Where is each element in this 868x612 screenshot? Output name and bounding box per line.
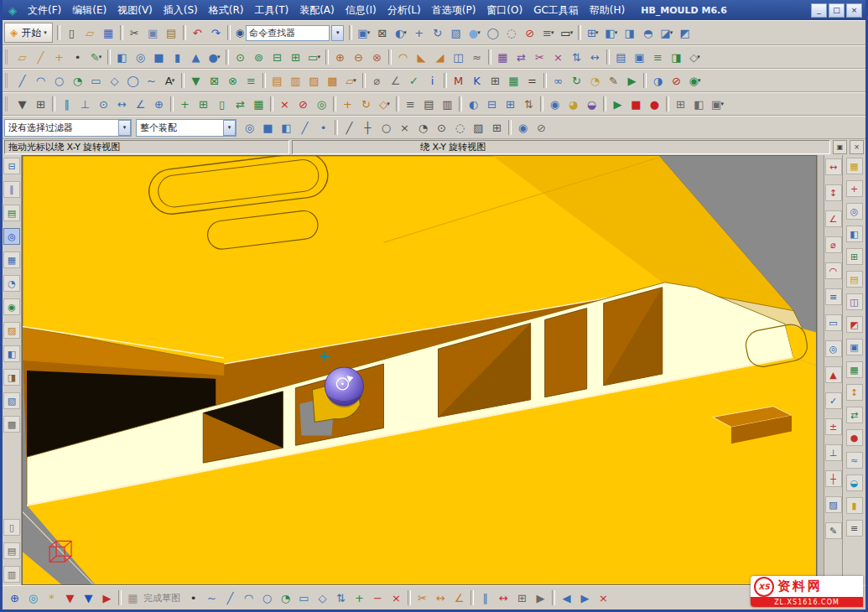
frame-opening-4[interactable] (545, 309, 587, 397)
favorites-icon[interactable]: * (43, 589, 60, 606)
chevron-down-icon[interactable]: ▾ (118, 120, 131, 136)
angle-constraint-icon[interactable]: ∠ (132, 96, 149, 112)
snap-point-on-curve-icon[interactable]: ◌ (451, 119, 469, 136)
touch-align-icon[interactable]: ⊥ (76, 96, 94, 112)
layer-settings-icon[interactable]: ≡ (402, 96, 419, 112)
spreadsheet-icon[interactable]: ▦ (505, 72, 522, 89)
toolbar-grip[interactable] (5, 73, 10, 88)
perspective-icon[interactable]: ▧ (447, 24, 465, 41)
sketch-icon[interactable]: ✎▾ (87, 49, 105, 65)
select-filter-icon[interactable]: ▼ (13, 96, 31, 112)
selection-scope-dropdown[interactable]: 整个装配 ▾ (136, 119, 236, 137)
snap-end-icon[interactable]: ╱ (340, 119, 358, 136)
info-window-icon[interactable]: ◎ (3, 228, 20, 245)
snap-quadrant-icon[interactable]: ◔ (414, 119, 432, 136)
subtract-curve-icon[interactable]: − (369, 589, 387, 606)
mw-standard-parts-icon[interactable]: ▦ (846, 361, 863, 378)
datum-csys-icon[interactable]: + (50, 49, 68, 65)
section-curve-icon[interactable]: ≡ (242, 72, 260, 89)
display-window-icon[interactable]: ▣▾ (355, 24, 372, 41)
menu-item[interactable]: 帮助(H) (585, 3, 630, 18)
paste-icon[interactable]: ▤ (163, 24, 180, 41)
templates-icon[interactable]: ▥ (3, 566, 20, 583)
undo-icon[interactable]: ↶ (189, 24, 206, 41)
touch-panel-icon[interactable]: ▩ (3, 416, 20, 433)
mw-shrinkage-icon[interactable]: ◎ (846, 203, 863, 220)
move-component-icon[interactable]: + (176, 96, 194, 112)
spline-icon[interactable]: ~ (143, 72, 160, 89)
snap-enable-icon[interactable]: ◉ (514, 119, 532, 136)
scale-body-icon[interactable]: ↔ (586, 49, 604, 65)
update-icon[interactable]: ↻ (568, 72, 585, 89)
edit-dimension-icon[interactable]: ✎ (825, 522, 842, 539)
show-icon[interactable]: ◉▾ (686, 72, 704, 89)
view-grid-icon[interactable]: ⊞▾ (584, 24, 601, 41)
mw-ejector-icon[interactable]: ↕ (846, 384, 863, 401)
divide-curve-icon[interactable]: × (387, 589, 405, 606)
datum-plane-icon[interactable]: ▱ (13, 49, 31, 65)
open-icon[interactable]: ▱ (81, 24, 99, 41)
close-prompt-button[interactable]: × (850, 140, 864, 154)
layer-category-icon[interactable]: ▥ (439, 96, 456, 112)
extrude-icon[interactable]: ◧ (113, 49, 131, 65)
rotate-gizmo-sphere[interactable] (325, 367, 363, 407)
prev-tool-icon[interactable]: ◀ (558, 589, 575, 606)
datum-axis-icon[interactable]: ╱ (32, 49, 49, 65)
dim-diameter-icon[interactable]: ⌀ (825, 236, 842, 253)
intersect-icon[interactable]: ⊗ (368, 49, 386, 65)
history-palette-icon[interactable]: ◔ (3, 275, 20, 292)
notes-icon[interactable]: ▤ (3, 542, 20, 559)
select-vertex-icon[interactable]: • (314, 119, 332, 136)
palette-icon[interactable]: ▨ (3, 322, 20, 339)
snap-center-icon[interactable]: ○ (377, 119, 395, 136)
snap-existing-point-icon[interactable]: ⊙ (433, 119, 450, 136)
light-icon[interactable]: ◕ (564, 96, 582, 112)
constraint-navigator-icon[interactable]: ∥ (3, 181, 20, 198)
display-mode-icon[interactable]: ◑ (649, 72, 667, 89)
split-body-icon[interactable]: × (549, 49, 567, 65)
assembly-navigator-icon[interactable]: ⊟ (3, 158, 20, 174)
distance-constraint-icon[interactable]: ↔ (113, 96, 131, 112)
pan-icon[interactable]: + (410, 24, 428, 41)
subtract-icon[interactable]: ⊖ (350, 49, 367, 65)
menu-item[interactable]: 窗口(O) (481, 3, 528, 18)
ellipse-icon[interactable]: ◯ (124, 72, 142, 89)
cad-viewport-canvas[interactable] (23, 156, 816, 584)
roles-icon[interactable]: ◨ (3, 369, 20, 386)
view-right-icon[interactable]: ◪▾ (657, 24, 675, 41)
hole-icon[interactable]: ⊙ (231, 49, 249, 65)
text-curve-icon[interactable]: A▾ (161, 72, 179, 89)
edit-display-icon[interactable]: ◐ (465, 96, 482, 112)
info-icon[interactable]: i (424, 72, 441, 89)
n-sided-surface-icon[interactable]: ▩ (324, 72, 341, 89)
menu-item[interactable]: GC工具箱 (528, 3, 584, 18)
menu-item[interactable]: 插入(S) (159, 3, 203, 18)
cut-icon[interactable]: ✂ (126, 24, 143, 41)
mw-workpiece-icon[interactable]: ◧ (846, 226, 863, 242)
menu-item[interactable]: 工具(T) (249, 3, 294, 18)
replace-component-icon[interactable]: ⇄ (231, 96, 249, 112)
through-curves-icon[interactable]: ▥ (287, 72, 304, 89)
layers-icon[interactable]: ≡▾ (539, 24, 557, 41)
zoom-icon[interactable]: ◐▾ (392, 24, 409, 41)
snap-grid-point-icon[interactable]: ⊞ (488, 119, 506, 136)
full-screen-icon[interactable]: ▣▾ (709, 96, 726, 112)
cone-icon[interactable]: ▲ (187, 49, 205, 65)
help-bookmark-icon[interactable]: ▯ (3, 519, 20, 536)
label-icon[interactable]: ▭ (825, 314, 842, 331)
revolve-icon[interactable]: ◎ (132, 49, 149, 65)
draft-icon[interactable]: ◢ (431, 49, 449, 65)
datum-symbol-icon[interactable]: ⊥ (825, 444, 842, 461)
snap-toggle-icon[interactable]: ◎ (241, 119, 258, 136)
scene-icon[interactable]: ▧ (3, 392, 20, 409)
mirror-feature-icon[interactable]: ⇄ (512, 49, 530, 65)
polygon-icon[interactable]: ◇ (106, 72, 123, 89)
snap-point-on-face-icon[interactable]: ▨ (470, 119, 487, 136)
marker-blue-icon[interactable]: ▼ (80, 589, 97, 606)
marker-red-icon[interactable]: ▼ (61, 589, 79, 606)
offset-curve-icon[interactable]: ⇅ (332, 589, 350, 606)
mw-core-cavity-icon[interactable]: ◩ (846, 316, 863, 333)
mw-parting-icon[interactable]: ◫ (846, 293, 863, 310)
swept-icon[interactable]: ▨ (305, 72, 323, 89)
maximize-button[interactable]: □ (829, 3, 845, 18)
